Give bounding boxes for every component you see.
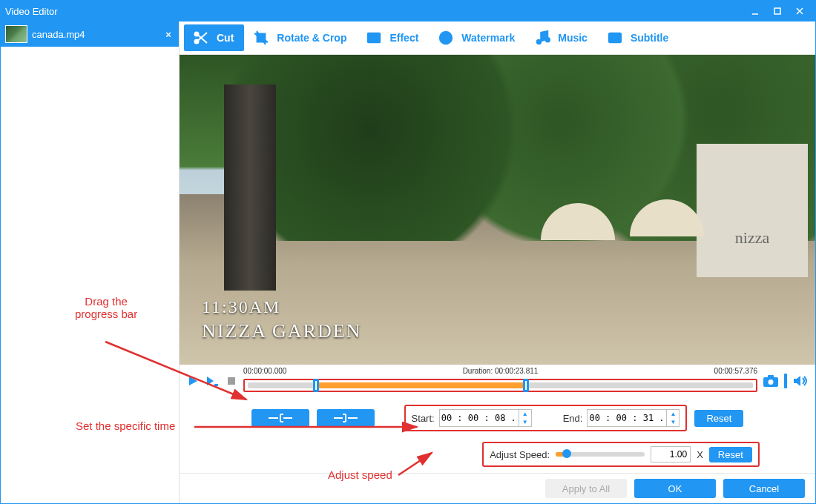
tab-rotate-label: Rotate & Crop <box>277 32 346 44</box>
start-time-input[interactable]: ▲▼ <box>439 409 532 427</box>
file-thumbnail <box>5 25 27 43</box>
timeline-duration: Duration: 00:00:23.811 <box>463 367 539 375</box>
stop-button[interactable] <box>224 374 239 388</box>
tab-effect-label: Effect <box>389 32 418 44</box>
file-sidebar: canada.mp4 × Drag the progress bar <box>1 21 180 503</box>
end-spin-down[interactable]: ▼ <box>667 418 679 426</box>
close-button[interactable] <box>789 3 811 19</box>
start-spin-down[interactable]: ▼ <box>519 418 531 426</box>
snapshot-button[interactable] <box>762 372 780 390</box>
speed-slider[interactable] <box>556 452 645 457</box>
svg-marker-25 <box>794 376 800 386</box>
speed-value-input[interactable] <box>651 446 691 462</box>
tab-subtitle[interactable]: Subtitle <box>598 24 679 51</box>
scissors-icon <box>191 28 211 47</box>
subtitle-icon <box>605 28 625 47</box>
tab-subtitle-label: Subtitle <box>631 32 668 44</box>
svg-rect-8 <box>368 33 381 43</box>
tab-effect[interactable]: Effect <box>357 24 429 51</box>
play-button[interactable] <box>185 374 200 388</box>
file-tab[interactable]: canada.mp4 × <box>1 21 179 47</box>
annotation-drag-bar: Drag the progress bar <box>75 295 137 320</box>
end-time-value[interactable] <box>588 412 666 424</box>
end-time-input[interactable]: ▲▼ <box>587 409 680 427</box>
start-time-value[interactable] <box>440 412 519 424</box>
svg-marker-18 <box>189 377 197 385</box>
preview-overlay-text: 11:30AM NIZZA GARDEN <box>202 297 361 342</box>
svg-rect-15 <box>609 33 622 43</box>
svg-point-5 <box>195 40 199 44</box>
tab-cut-label: Cut <box>217 32 234 44</box>
timeline-start-time: 00:00:00.000 <box>243 367 286 375</box>
video-editor-window: Video Editor canada.mp4 × Drag the progr… <box>0 0 816 504</box>
tab-watermark-label: Watermark <box>461 32 515 44</box>
speed-suffix: X <box>697 449 703 460</box>
reset-time-button[interactable]: Reset <box>694 410 743 427</box>
timeline-handle-start[interactable] <box>313 379 319 392</box>
svg-rect-1 <box>774 8 780 14</box>
main-panel: Cut Rotate & Crop Effect Watermark Music <box>180 21 815 503</box>
time-range-group: Start: ▲▼ End: ▲▼ <box>404 405 688 431</box>
reset-speed-button[interactable]: Reset <box>709 447 752 462</box>
start-label: Start: <box>412 413 435 424</box>
speed-label: Adjust Speed: <box>490 449 550 460</box>
svg-rect-21 <box>228 377 235 385</box>
apply-to-all-button[interactable]: Apply to All <box>545 479 627 498</box>
playback-bar: 00:00:00.000 Duration: 00:00:23.811 00:0… <box>180 365 815 397</box>
close-file-icon[interactable]: × <box>162 29 174 40</box>
svg-marker-19 <box>207 377 214 385</box>
crop-icon <box>251 28 271 47</box>
play-next-button[interactable] <box>205 374 220 388</box>
svg-rect-23 <box>768 375 774 378</box>
tab-rotate-crop[interactable]: Rotate & Crop <box>244 24 357 51</box>
tab-music[interactable]: Music <box>525 24 598 51</box>
video-preview[interactable]: nizza 11:30AM NIZZA GARDEN <box>180 55 815 365</box>
timeline-handle-end[interactable] <box>523 379 529 392</box>
file-name: canada.mp4 <box>32 29 162 40</box>
tab-music-label: Music <box>558 32 588 44</box>
svg-rect-20 <box>214 384 218 386</box>
preview-building-sign: nizza <box>697 228 808 248</box>
maximize-button[interactable] <box>766 3 789 19</box>
minimize-button[interactable] <box>744 3 766 19</box>
footer: Apply to All OK Cancel <box>180 473 815 503</box>
timeline[interactable]: 00:00:00.000 Duration: 00:00:23.811 00:0… <box>243 367 757 395</box>
window-title: Video Editor <box>5 6 744 17</box>
svg-point-4 <box>195 33 199 36</box>
start-spin-up[interactable]: ▲ <box>519 410 531 418</box>
music-icon <box>533 28 552 47</box>
speed-slider-knob[interactable] <box>562 449 571 458</box>
effect-icon <box>364 28 384 47</box>
svg-point-14 <box>546 38 550 42</box>
tool-toolbar: Cut Rotate & Crop Effect Watermark Music <box>180 21 815 55</box>
svg-point-24 <box>769 379 774 385</box>
cancel-button[interactable]: Cancel <box>723 479 805 498</box>
speed-group: Adjust Speed: X Reset <box>482 442 760 467</box>
volume-button[interactable] <box>792 372 809 390</box>
end-label: End: <box>563 413 583 424</box>
watermark-icon <box>436 28 455 47</box>
set-start-bracket-button[interactable] <box>251 409 309 427</box>
end-spin-up[interactable]: ▲ <box>667 410 679 418</box>
svg-point-12 <box>444 36 449 40</box>
ok-button[interactable]: OK <box>634 479 716 498</box>
tab-watermark[interactable]: Watermark <box>429 24 525 51</box>
titlebar: Video Editor <box>1 1 815 21</box>
set-end-bracket-button[interactable] <box>317 409 375 427</box>
divider <box>784 374 787 388</box>
timeline-end-time: 00:00:57.376 <box>714 367 757 375</box>
tab-cut[interactable]: Cut <box>184 24 244 51</box>
timeline-highlight-box <box>243 379 757 392</box>
